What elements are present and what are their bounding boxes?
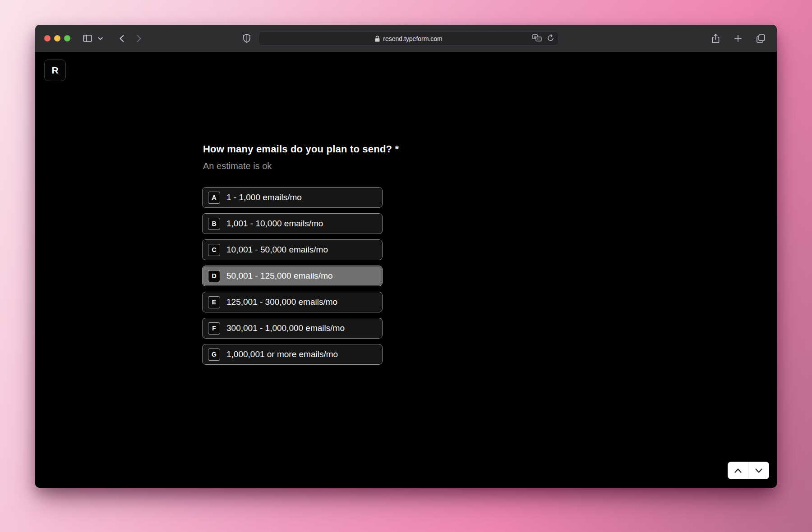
logo-letter: R bbox=[51, 65, 58, 76]
option-e[interactable]: E 125,001 - 300,000 emails/mo bbox=[202, 292, 383, 312]
option-key-badge: E bbox=[208, 296, 220, 308]
option-f[interactable]: F 300,001 - 1,000,000 emails/mo bbox=[202, 318, 383, 339]
question-title: How many emails do you plan to send? * bbox=[203, 143, 399, 155]
chevron-right-icon bbox=[137, 35, 141, 42]
page-content: R How many emails do you plan to send? *… bbox=[35, 52, 777, 488]
resend-logo[interactable]: R bbox=[44, 60, 66, 81]
option-c[interactable]: C 10,001 - 50,000 emails/mo bbox=[202, 239, 383, 260]
sidebar-toggle-button[interactable] bbox=[80, 32, 95, 45]
privacy-report-button[interactable] bbox=[240, 32, 254, 45]
browser-toolbar: resend.typeform.com A bbox=[35, 25, 777, 52]
option-label: 10,001 - 50,000 emails/mo bbox=[226, 245, 328, 255]
minimize-window-button[interactable] bbox=[54, 35, 60, 41]
option-key-badge: F bbox=[208, 322, 220, 335]
window-controls bbox=[44, 35, 70, 41]
lock-icon bbox=[375, 36, 380, 42]
option-d[interactable]: D 50,001 - 125,000 emails/mo bbox=[202, 266, 383, 286]
share-icon bbox=[712, 34, 720, 43]
option-a[interactable]: A 1 - 1,000 emails/mo bbox=[202, 187, 383, 208]
tabs-overview-icon bbox=[757, 34, 765, 43]
zoom-window-button[interactable] bbox=[64, 35, 70, 41]
option-key-badge: A bbox=[208, 192, 220, 204]
url-text: resend.typeform.com bbox=[383, 35, 443, 42]
back-button[interactable] bbox=[115, 32, 129, 45]
option-key-badge: G bbox=[208, 349, 220, 361]
sidebar-menu-button[interactable] bbox=[96, 32, 105, 45]
option-b[interactable]: B 1,001 - 10,000 emails/mo bbox=[202, 213, 383, 234]
option-key-badge: C bbox=[208, 244, 220, 256]
option-label: 50,001 - 125,000 emails/mo bbox=[226, 271, 333, 281]
question-subtitle: An estimate is ok bbox=[203, 161, 272, 171]
forward-button[interactable] bbox=[132, 32, 146, 45]
option-key-badge: B bbox=[208, 218, 220, 230]
sidebar-icon bbox=[83, 35, 92, 42]
option-label: 300,001 - 1,000,000 emails/mo bbox=[226, 323, 345, 333]
option-label: 1,001 - 10,000 emails/mo bbox=[226, 219, 323, 229]
translate-icon[interactable]: A bbox=[532, 34, 542, 43]
option-label: 125,001 - 300,000 emails/mo bbox=[226, 297, 337, 307]
new-tab-button[interactable] bbox=[731, 32, 745, 45]
close-window-button[interactable] bbox=[44, 35, 51, 41]
next-question-button[interactable] bbox=[748, 462, 769, 479]
address-bar[interactable]: resend.typeform.com A bbox=[258, 32, 559, 46]
option-g[interactable]: G 1,000,001 or more emails/mo bbox=[202, 344, 383, 365]
answer-options: A 1 - 1,000 emails/mo B 1,001 - 10,000 e… bbox=[202, 187, 383, 365]
option-key-badge: D bbox=[208, 270, 220, 282]
chevron-down-icon bbox=[98, 37, 103, 40]
tab-overview-button[interactable] bbox=[753, 32, 768, 45]
form-navigation bbox=[728, 462, 769, 479]
reload-icon[interactable] bbox=[547, 34, 554, 43]
chevron-left-icon bbox=[120, 35, 124, 42]
option-label: 1 - 1,000 emails/mo bbox=[226, 193, 302, 202]
chevron-up-icon bbox=[734, 467, 742, 475]
option-label: 1,000,001 or more emails/mo bbox=[226, 349, 338, 359]
privacy-shield-icon bbox=[243, 34, 250, 43]
previous-question-button[interactable] bbox=[728, 462, 748, 479]
share-button[interactable] bbox=[708, 32, 723, 45]
browser-window: resend.typeform.com A bbox=[35, 25, 777, 488]
chevron-down-nav-icon bbox=[755, 467, 762, 475]
plus-icon bbox=[734, 35, 742, 42]
